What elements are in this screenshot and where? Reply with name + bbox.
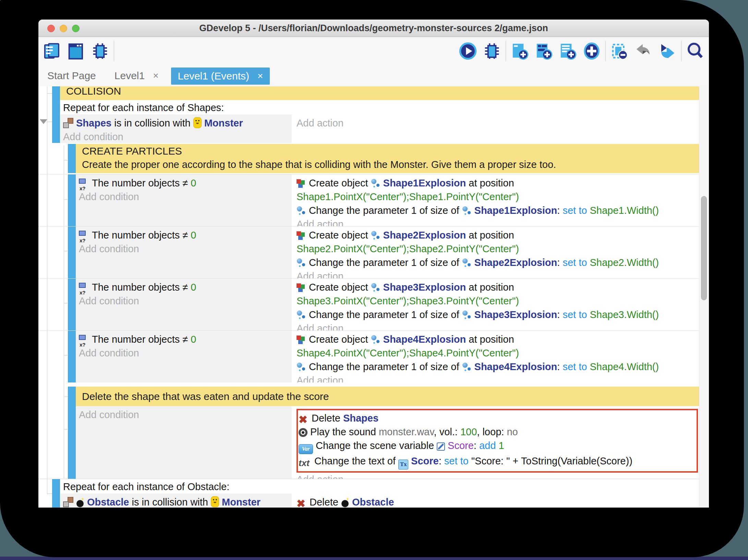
add-condition-button[interactable]: Add condition <box>63 130 292 143</box>
tab-close-icon[interactable]: × <box>153 70 158 81</box>
editor-tab-bar: Start Page Level1 × Level1 (Events) × <box>38 65 709 86</box>
comment-body[interactable]: Delete the shape that was eaten and upda… <box>76 387 699 406</box>
condition-line[interactable]: The number objects ≠ 0 <box>79 280 292 294</box>
add-action-button[interactable]: Add action <box>297 473 699 479</box>
condition-line[interactable]: Obstacle is in collision with Monster <box>63 495 292 508</box>
action-line[interactable]: Create object Shape3Explosion at positio… <box>297 280 699 294</box>
conditions-panel[interactable]: The number objects ≠ 0Add condition <box>76 331 292 382</box>
add-comment-icon[interactable] <box>558 41 577 61</box>
text-segment: at position <box>466 178 514 188</box>
text-segment: Shape2.PointX("Center");Shape2.PointY("C… <box>297 243 519 254</box>
main-toolbar <box>38 37 709 65</box>
text-segment: Obstacle <box>87 497 129 508</box>
actions-panel[interactable]: ✖Delete ShapesPlay the sound monster.wav… <box>294 406 699 479</box>
action-line[interactable]: Change the parameter 1 of size of Shape3… <box>297 308 699 321</box>
add-condition-button[interactable]: Add condition <box>79 190 292 204</box>
conditions-panel[interactable]: The number objects ≠ 0Add condition <box>76 227 292 278</box>
add-condition-button[interactable]: Add condition <box>79 242 292 256</box>
event-highlight-bar <box>68 227 76 278</box>
actions-panel[interactable]: Add action <box>294 114 699 143</box>
create-icon <box>297 283 306 292</box>
conditions-panel[interactable]: Obstacle is in collision with Monster <box>60 494 292 508</box>
action-line[interactable]: Create object Shape4Explosion at positio… <box>297 332 699 346</box>
text-segment: Change the text of <box>314 455 398 466</box>
comment-body[interactable]: COLLISION <box>60 86 699 100</box>
condition-line[interactable]: The number objects ≠ 0 <box>79 176 292 190</box>
condition-line[interactable]: Shapes is in collision with Monster <box>63 116 292 130</box>
deselect-icon[interactable] <box>610 41 629 61</box>
text-segment: Add action <box>297 375 343 382</box>
add-subevent-icon[interactable] <box>534 41 553 61</box>
actions-panel[interactable]: Create object Shape4Explosion at positio… <box>294 331 699 382</box>
actions-panel[interactable]: Create object Shape3Explosion at positio… <box>294 279 699 330</box>
conditions-panel[interactable]: Add condition <box>76 406 292 479</box>
scene-editor-icon[interactable] <box>67 41 86 61</box>
action-line[interactable]: Create object Shape2Explosion at positio… <box>297 228 699 242</box>
conditions-panel[interactable]: The number objects ≠ 0Add condition <box>76 279 292 330</box>
condition-line[interactable]: The number objects ≠ 0 <box>79 332 292 346</box>
add-action-button[interactable]: Add action <box>297 374 699 382</box>
action-line[interactable]: Shape2.PointX("Center");Shape2.PointY("C… <box>297 242 699 256</box>
action-line[interactable]: Shape3.PointX("Center");Shape3.PointY("C… <box>297 294 699 308</box>
conditions-panel[interactable]: The number objects ≠ 0Add condition <box>76 174 292 226</box>
play-icon[interactable] <box>458 41 478 61</box>
delete-icon: ✖ <box>297 499 307 508</box>
action-line[interactable]: Change the parameter 1 of size of Shape1… <box>297 204 699 217</box>
add-action-button[interactable]: Add action <box>297 269 699 278</box>
tab-level1-scene[interactable]: Level1 × <box>108 65 166 86</box>
condition-line[interactable]: The number objects ≠ 0 <box>79 228 292 242</box>
add-condition-button[interactable]: Add condition <box>79 408 292 422</box>
action-line[interactable]: VarChange the scene variable Score: add … <box>299 439 694 454</box>
add-action-button[interactable]: Add action <box>297 116 699 130</box>
add-event-icon[interactable] <box>510 41 529 61</box>
add-condition-button[interactable]: Add condition <box>79 294 292 308</box>
add-action-button[interactable]: Add action <box>297 217 699 226</box>
debugger-icon[interactable] <box>91 41 110 61</box>
vertical-scrollbar[interactable] <box>699 86 709 508</box>
action-line[interactable]: Play the sound monster.wav, vol.: 100, l… <box>299 425 694 439</box>
actions-panel[interactable]: Create object Shape2Explosion at positio… <box>294 227 699 278</box>
action-line[interactable]: ✖Delete Obstacle <box>297 495 699 508</box>
action-line[interactable]: ✖Delete Shapes <box>299 411 694 425</box>
text-segment: Change the parameter 1 of size of <box>309 257 462 268</box>
particle-icon <box>462 310 472 320</box>
tab-label: Level1 <box>114 70 145 82</box>
particle-icon <box>462 362 472 372</box>
gdevelop-window: GDevelop 5 - /Users/florian/Downloads/ge… <box>38 20 709 508</box>
conditions-panel[interactable]: Shapes is in collision with MonsterAdd c… <box>60 114 292 143</box>
actions-panel[interactable]: Create object Shape1Explosion at positio… <box>294 174 699 226</box>
event-header[interactable]: Repeat for each instance of Obstacle: <box>60 479 699 494</box>
text-segment: Shape1.Width() <box>590 205 659 216</box>
scrollbar-thumb[interactable] <box>701 196 707 300</box>
tab-close-icon[interactable]: × <box>257 71 263 82</box>
event-highlight-bar <box>52 100 60 143</box>
tab-start-page[interactable]: Start Page <box>40 65 103 86</box>
add-circle-icon[interactable] <box>582 41 601 61</box>
action-line[interactable]: Change the parameter 1 of size of Shape2… <box>297 256 699 269</box>
comment-body[interactable]: CREATE PARTICLESCreate the proper one ac… <box>76 144 699 173</box>
comment-row[interactable]: Delete the shape that was eaten and upda… <box>38 387 699 406</box>
tab-label: Level1 (Events) <box>178 70 249 82</box>
text-segment: Change the parameter 1 of size of <box>309 205 462 216</box>
action-line[interactable]: Create object Shape1Explosion at positio… <box>297 176 699 190</box>
event-header[interactable]: Repeat for each instance of Shapes: <box>60 100 699 114</box>
actions-panel[interactable]: ✖Delete Obstacle <box>294 494 699 508</box>
redo-icon[interactable] <box>658 41 677 61</box>
particle-icon <box>462 206 472 216</box>
action-line[interactable]: Shape1.PointX("Center");Shape1.PointY("C… <box>297 190 699 204</box>
delete-icon: ✖ <box>299 415 309 425</box>
search-icon[interactable] <box>686 41 705 61</box>
undo-icon[interactable] <box>634 41 653 61</box>
tab-level1-events[interactable]: Level1 (Events) × <box>171 68 270 85</box>
action-line[interactable]: Shape4.PointX("Center");Shape4.PointY("C… <box>297 346 699 360</box>
text-segment: 1 <box>498 440 504 451</box>
comment-row[interactable]: CREATE PARTICLESCreate the proper one ac… <box>38 144 699 173</box>
action-line[interactable]: txtChange the text of TxScore: set to "S… <box>299 454 694 470</box>
add-condition-button[interactable]: Add condition <box>79 346 292 360</box>
debug-icon[interactable] <box>482 41 502 61</box>
project-manager-icon[interactable] <box>43 41 62 61</box>
comment-row[interactable]: COLLISION <box>38 86 699 100</box>
text-segment: , vol.: <box>434 426 460 437</box>
action-line[interactable]: Change the parameter 1 of size of Shape4… <box>297 360 699 374</box>
add-action-button[interactable]: Add action <box>297 321 699 330</box>
